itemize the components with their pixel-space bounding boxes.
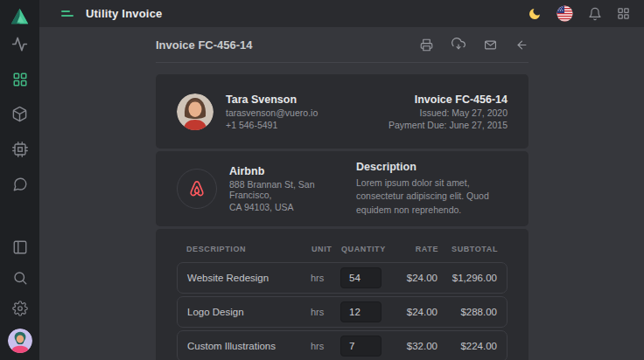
print-button[interactable] <box>420 38 433 52</box>
darkmode-toggle[interactable] <box>528 7 542 21</box>
company-description-card: Airbnb 888 Brannan St, San Francisco, CA… <box>156 151 528 226</box>
box-icon <box>11 106 28 122</box>
quantity-input[interactable] <box>340 336 382 357</box>
item-rate: $32.00 <box>388 341 438 351</box>
customer-name: Tara Svenson <box>226 93 318 106</box>
item-description: Logo Design <box>187 307 304 317</box>
header-rate: RATE <box>389 245 438 253</box>
notifications-button[interactable] <box>588 7 602 21</box>
chat-bubble-icon <box>12 177 28 192</box>
header-subtotal: SUBTOTAL <box>445 245 498 253</box>
item-unit: hrs <box>311 341 333 351</box>
item-subtotal: $224.00 <box>444 341 497 351</box>
customer-email: tarasvenson@vuero.io <box>226 107 318 118</box>
bell-icon <box>588 7 602 21</box>
company-address-line1: 888 Brannan St, San Francisco, <box>229 179 356 200</box>
table-row: Logo Design hrs $24.00 $288.00 <box>177 296 508 328</box>
customer-avatar <box>177 93 214 130</box>
dashboard-grid-icon <box>12 72 28 87</box>
sidebar-item-settings[interactable] <box>10 298 30 318</box>
download-button[interactable] <box>452 38 466 52</box>
cloud-download-icon <box>452 38 466 52</box>
sidebar-item-search[interactable] <box>10 267 30 287</box>
item-subtotal: $1,296.00 <box>444 273 497 283</box>
back-button[interactable] <box>515 38 528 52</box>
top-navbar: Utility Invoice <box>39 0 644 27</box>
item-unit: hrs <box>311 307 333 317</box>
sidebar-item-products[interactable] <box>10 104 30 124</box>
quantity-input[interactable] <box>340 267 382 288</box>
header-quantity: QUANTITY <box>341 245 382 253</box>
printer-icon <box>420 38 433 52</box>
profile-avatar-image <box>8 329 32 353</box>
sidebar-item-components[interactable] <box>10 139 30 159</box>
apps-grid-icon <box>617 7 630 20</box>
table-row: Website Redesign hrs $24.00 $1,296.00 <box>177 262 508 294</box>
airbnb-logo-icon <box>186 177 208 200</box>
invoice-issued-date: Issued: May 27, 2020 <box>388 107 508 118</box>
table-header-row: DESCRIPTION UNIT QUANTITY RATE SUBTOTAL <box>177 238 508 262</box>
activity-icon <box>11 36 28 52</box>
item-description: Custom Illustrations <box>187 341 304 351</box>
main-content: Invoice FC-456-14 <box>39 27 644 360</box>
settings-gear-icon <box>12 301 28 316</box>
customer-phone: +1 546-5491 <box>226 120 318 130</box>
sidebar-item-activity[interactable] <box>10 34 30 54</box>
navbar-title: Utility Invoice <box>86 7 163 20</box>
quantity-input[interactable] <box>340 301 382 322</box>
item-subtotal: $288.00 <box>444 307 497 317</box>
item-description: Website Redesign <box>187 273 304 283</box>
customer-avatar-image <box>177 93 214 130</box>
description-body: Lorem ipsum dolor sit amet, consectetur … <box>356 177 504 217</box>
description-title: Description <box>356 161 504 173</box>
table-row: Custom Illustrations hrs $32.00 $224.00 <box>177 330 508 360</box>
mail-icon <box>484 38 497 52</box>
company-address-line2: CA 94103, USA <box>229 202 356 212</box>
company-name: Airbnb <box>229 165 356 177</box>
invoice-number: Invoice FC-456-14 <box>388 93 508 106</box>
app-logo[interactable] <box>10 0 30 32</box>
search-icon <box>12 270 28 286</box>
panels-icon <box>12 239 28 255</box>
header-description: DESCRIPTION <box>186 245 304 253</box>
arrow-left-icon <box>515 38 528 52</box>
invoice-due-date: Payment Due: June 27, 2015 <box>388 120 508 130</box>
item-rate: $24.00 <box>388 273 438 283</box>
hamburger-menu-icon[interactable] <box>61 10 74 17</box>
sidebar-item-messages[interactable] <box>10 174 30 194</box>
invoice-page-header: Invoice FC-456-14 <box>156 27 528 63</box>
sidebar-item-dashboard[interactable] <box>10 69 30 89</box>
company-logo-circle <box>177 169 217 209</box>
language-selector[interactable] <box>556 5 573 22</box>
sidebar-item-panels[interactable] <box>10 237 30 257</box>
sidebar <box>0 0 39 360</box>
page-title: Invoice FC-456-14 <box>156 38 253 52</box>
sidebar-profile-avatar[interactable] <box>8 329 32 353</box>
moon-icon <box>528 7 542 21</box>
item-rate: $24.00 <box>388 307 438 317</box>
us-flag-icon <box>556 5 573 22</box>
header-unit: UNIT <box>312 245 334 253</box>
cpu-icon <box>12 142 28 157</box>
invoice-items-card: DESCRIPTION UNIT QUANTITY RATE SUBTOTAL … <box>156 229 528 360</box>
vuero-logo-icon <box>10 7 30 25</box>
invoice-parties-card: Tara Svenson tarasvenson@vuero.io +1 546… <box>156 74 528 149</box>
item-unit: hrs <box>311 273 333 283</box>
send-mail-button[interactable] <box>484 38 497 52</box>
apps-launcher-button[interactable] <box>617 7 630 20</box>
